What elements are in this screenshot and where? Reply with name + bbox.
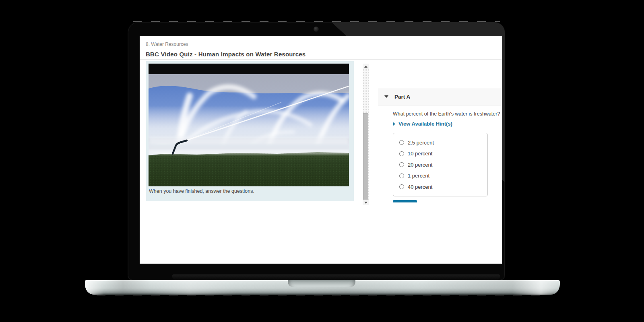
option-label: 1 percent	[408, 173, 429, 179]
mockup-stage: 8. Water Resources BBC Video Quiz - Huma…	[0, 0, 644, 322]
option-label: 40 percent	[408, 184, 432, 190]
radio-button[interactable]	[399, 184, 404, 189]
item-caption: When you have finished, answer the quest…	[149, 188, 254, 194]
laptop-base	[85, 280, 560, 295]
hint-link[interactable]: View Available Hint(s)	[393, 121, 452, 127]
caret-right-icon	[393, 122, 395, 126]
answer-option[interactable]: 10 percent	[399, 150, 487, 158]
edge-highlight-bottom	[97, 295, 547, 296]
page-title: BBC Video Quiz - Human Impacts on Water …	[146, 51, 305, 58]
option-label: 20 percent	[408, 162, 432, 168]
scrollbar-thumb[interactable]	[363, 113, 368, 200]
radio-button[interactable]	[399, 140, 404, 145]
question-text: What percent of the Earth's water is fre…	[393, 111, 500, 117]
collapse-caret-icon	[384, 95, 388, 98]
lid-opening-notch	[288, 280, 355, 287]
laptop-screen: 8. Water Resources BBC Video Quiz - Huma…	[140, 36, 502, 264]
answer-options-group: 2.5 percent 10 percent 20 percent 1 perc…	[393, 133, 488, 196]
option-label: 10 percent	[408, 151, 432, 157]
submit-button-partial[interactable]	[393, 200, 417, 202]
laptop-lid: 8. Water Resources BBC Video Quiz - Huma…	[128, 22, 505, 280]
laptop-hinge	[172, 275, 500, 280]
answer-option[interactable]: 2.5 percent	[399, 138, 487, 147]
part-label: Part A	[394, 94, 410, 100]
answer-option[interactable]: 40 percent	[399, 183, 487, 191]
webcam-icon	[314, 27, 319, 32]
option-label: 2.5 percent	[408, 140, 434, 146]
radio-button[interactable]	[399, 173, 404, 178]
scroll-down-button[interactable]	[363, 200, 369, 205]
radio-button[interactable]	[399, 162, 404, 167]
part-a-header[interactable]: Part A	[378, 88, 502, 105]
scroll-up-button[interactable]	[363, 64, 369, 69]
video-item-panel: When you have finished, answer the quest…	[146, 61, 354, 201]
radio-button[interactable]	[399, 151, 404, 156]
video-still-image	[149, 64, 349, 186]
edge-highlight-top	[133, 21, 500, 22]
header-divider	[140, 59, 502, 60]
answer-option[interactable]: 1 percent	[399, 172, 487, 180]
triangle-up-icon	[364, 66, 367, 68]
breadcrumb: 8. Water Resources	[146, 41, 188, 47]
hint-link-label: View Available Hint(s)	[398, 121, 452, 127]
triangle-down-icon	[364, 202, 367, 204]
content-scrollbar[interactable]	[363, 64, 369, 205]
answer-option[interactable]: 20 percent	[399, 161, 487, 169]
